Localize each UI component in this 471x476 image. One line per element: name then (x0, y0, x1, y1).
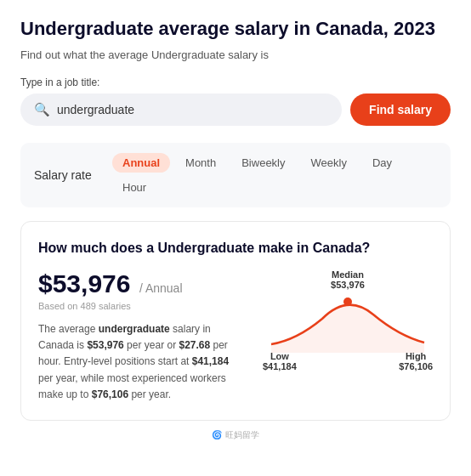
salary-rate-bar: Salary rate Annual Month Biweekly Weekly… (20, 143, 451, 207)
salary-main-row: $53,976 / Annual Based on 489 salaries T… (38, 269, 433, 403)
watermark-icon: 🌀 (212, 430, 222, 439)
search-input[interactable] (57, 103, 328, 116)
watermark-text: 旺妈留学 (225, 429, 259, 441)
card-title: How much does a Undergraduate make in Ca… (38, 239, 433, 258)
tab-weekly[interactable]: Weekly (301, 153, 357, 173)
salary-based: Based on 489 salaries (38, 301, 263, 311)
salary-rate-label: Salary rate (34, 168, 102, 182)
tab-day[interactable]: Day (362, 153, 402, 173)
rate-tabs: Annual Month Biweekly Weekly Day Hour (112, 153, 437, 197)
svg-point-0 (343, 298, 352, 306)
salary-left: $53,976 / Annual Based on 489 salaries T… (38, 269, 263, 403)
chart-median-title: Median (331, 269, 365, 280)
find-salary-button[interactable]: Find salary (350, 94, 451, 126)
watermark: 🌀 旺妈留学 (20, 429, 451, 441)
chart-high-value: $76,106 (399, 361, 433, 371)
salary-description: The average undergraduate salary in Cana… (38, 321, 234, 403)
salary-amount: $53,976 (38, 269, 130, 298)
tab-month[interactable]: Month (175, 153, 226, 173)
chart-svg (263, 285, 433, 357)
page-title: Undergraduate average salary in Canada, … (20, 17, 451, 42)
chart-high-label: High $76,106 (399, 351, 433, 371)
chart-high-title: High (399, 351, 433, 361)
input-label: Type in a job title: (20, 76, 451, 88)
salary-amount-row: $53,976 / Annual (38, 269, 263, 298)
tab-annual[interactable]: Annual (112, 153, 170, 173)
chart-low-value: $41,184 (263, 361, 297, 371)
salary-chart: Median $53,976 Low $41,184 High $76,106 (263, 269, 433, 371)
result-card: How much does a Undergraduate make in Ca… (20, 221, 451, 421)
tab-hour[interactable]: Hour (112, 178, 156, 197)
page-subtitle: Find out what the average Undergraduate … (20, 48, 451, 61)
salary-period: / Annual (139, 281, 183, 295)
chart-low-title: Low (263, 351, 297, 361)
tab-biweekly[interactable]: Biweekly (231, 153, 295, 173)
search-icon: 🔍 (34, 102, 50, 117)
search-row: 🔍 Find salary (20, 94, 451, 126)
search-box: 🔍 (20, 94, 342, 126)
chart-low-label: Low $41,184 (263, 351, 297, 371)
